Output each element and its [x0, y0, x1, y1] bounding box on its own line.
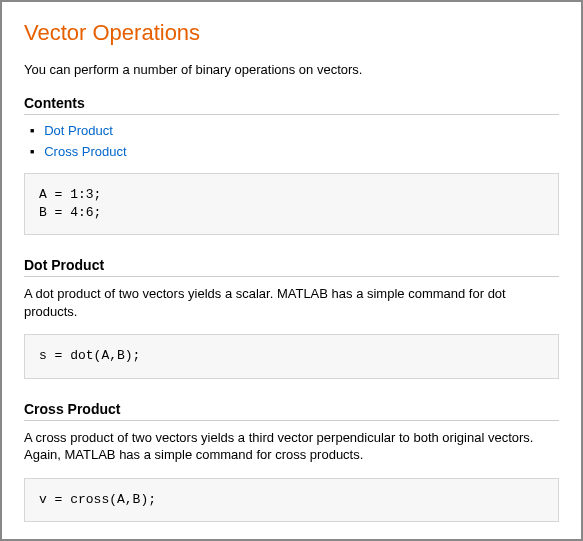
- code-block-dot: s = dot(A,B);: [24, 334, 559, 378]
- page-title: Vector Operations: [24, 20, 559, 46]
- code-block-init: A = 1:3; B = 4:6;: [24, 173, 559, 235]
- intro-text: You can perform a number of binary opera…: [24, 62, 559, 77]
- code-block-cross: v = cross(A,B);: [24, 478, 559, 522]
- table-of-contents: Dot Product Cross Product: [24, 123, 559, 159]
- toc-link-cross-product[interactable]: Cross Product: [44, 144, 126, 159]
- toc-item: Cross Product: [30, 144, 559, 159]
- toc-item: Dot Product: [30, 123, 559, 138]
- dot-product-desc: A dot product of two vectors yields a sc…: [24, 285, 559, 320]
- cross-product-desc: A cross product of two vectors yields a …: [24, 429, 559, 464]
- dot-product-heading: Dot Product: [24, 257, 559, 277]
- toc-link-dot-product[interactable]: Dot Product: [44, 123, 113, 138]
- contents-heading: Contents: [24, 95, 559, 115]
- cross-product-heading: Cross Product: [24, 401, 559, 421]
